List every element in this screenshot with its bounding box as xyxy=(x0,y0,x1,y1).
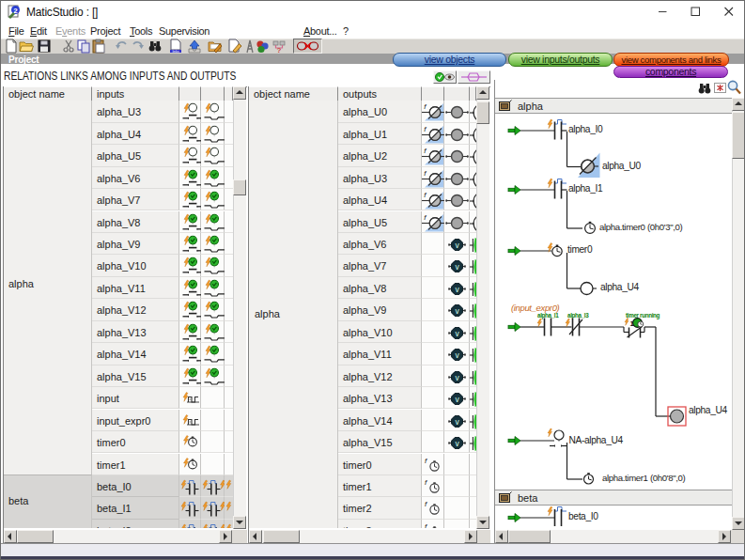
svg-text:alpha_U4: alpha_U4 xyxy=(689,405,727,415)
svg-text:timer running: timer running xyxy=(626,312,660,319)
svg-text:f: f xyxy=(424,102,427,111)
svg-text:alpha_I3: alpha_I3 xyxy=(567,312,589,319)
svg-text:alpha_I1: alpha_I1 xyxy=(537,312,559,319)
svg-text:f: f xyxy=(424,124,427,132)
svg-text:f: f xyxy=(425,500,427,508)
svg-text:f: f xyxy=(425,477,427,486)
svg-text:alpha_I1: alpha_I1 xyxy=(568,183,603,194)
svg-text:timer0: timer0 xyxy=(567,244,593,255)
svg-text:alpha_U4: alpha_U4 xyxy=(600,282,639,292)
svg-text:beta_I0: beta_I0 xyxy=(568,511,598,521)
svg-text:alpha_U0: alpha_U0 xyxy=(602,161,641,171)
svg-text:alpha.timer1 (0h0'8",0): alpha.timer1 (0h0'8",0) xyxy=(602,473,686,483)
svg-text:NA-alpha_U4: NA-alpha_U4 xyxy=(569,435,624,445)
svg-text:f: f xyxy=(424,212,427,221)
svg-text:f: f xyxy=(424,168,427,177)
svg-text:alpha.timer0 (0h0'3",0): alpha.timer0 (0h0'3",0) xyxy=(599,222,683,232)
svg-text:f: f xyxy=(424,147,427,155)
svg-text:alpha_I0: alpha_I0 xyxy=(568,124,603,134)
svg-text:f: f xyxy=(424,191,427,199)
svg-text:?: ? xyxy=(277,46,282,54)
svg-text:f: f xyxy=(425,456,427,464)
